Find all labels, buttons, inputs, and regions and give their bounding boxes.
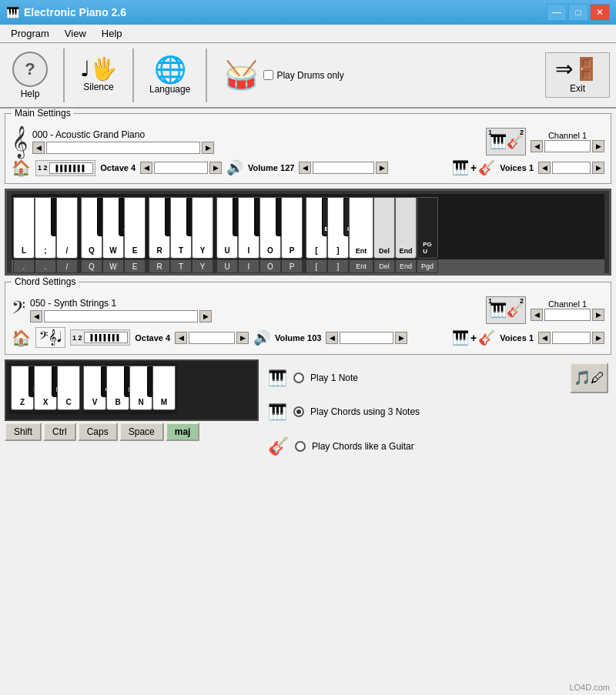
toolbar-sep-2	[132, 48, 134, 102]
chord-octave-left[interactable]: ◀	[175, 332, 187, 344]
octave-track[interactable]	[154, 162, 208, 174]
key-P[interactable]: P	[281, 197, 303, 259]
key-PgD[interactable]: PGU	[417, 197, 438, 259]
chord-notation-icon: 𝄢𝄞♩	[35, 327, 65, 348]
label-slash: /	[56, 259, 78, 273]
chord-volume-track[interactable]	[340, 332, 393, 344]
close-button[interactable]: ✕	[590, 4, 610, 21]
chord-keys-container: S Z D X C	[9, 364, 177, 414]
channel-scroll-left[interactable]: ◀	[531, 140, 543, 152]
maximize-button[interactable]: □	[568, 4, 588, 21]
key-semicolon[interactable]: 2 ;	[35, 197, 56, 259]
notation-button[interactable]: 🎵🖊	[570, 363, 608, 393]
chord-octave-right[interactable]: ▶	[236, 332, 249, 344]
ctrl-button[interactable]: Ctrl	[43, 423, 76, 441]
key-Q[interactable]: 3 Q	[81, 197, 102, 259]
key-Y[interactable]: Y	[192, 197, 213, 259]
caps-button[interactable]: Caps	[78, 423, 118, 441]
key-Del[interactable]: Del	[373, 197, 395, 259]
chord-volume-left[interactable]: ◀	[326, 332, 338, 344]
drums-checkbox[interactable]	[263, 70, 273, 80]
chord-voices-right[interactable]: ▶	[592, 332, 604, 344]
chord-key-M[interactable]: M	[152, 366, 176, 410]
language-button[interactable]: 🌐 Language	[143, 53, 196, 98]
octave-scroll-right[interactable]: ▶	[209, 162, 222, 174]
space-button[interactable]: Space	[119, 423, 164, 441]
toolbar-sep-3	[206, 48, 207, 102]
channel-track[interactable]	[544, 140, 591, 152]
chord-house-icon: 🏠	[12, 329, 31, 347]
watermark: LO4D.com	[569, 683, 610, 692]
chord-key-B[interactable]: H B	[106, 366, 129, 410]
menu-help[interactable]: Help	[94, 26, 130, 41]
maj-button[interactable]: maj	[166, 423, 200, 441]
key-L[interactable]: L	[13, 197, 35, 259]
chord-octave-track[interactable]	[189, 332, 235, 344]
key-O[interactable]: - O	[259, 197, 281, 259]
radio-3notes[interactable]	[293, 406, 304, 417]
chord-channel-left[interactable]: ◀	[531, 309, 543, 321]
key-W[interactable]: 4 W	[102, 197, 124, 259]
key-End[interactable]: End	[395, 197, 417, 259]
key-lbracket[interactable]: BS [	[306, 197, 327, 259]
label-T: T	[170, 259, 192, 273]
chord-key-C[interactable]: C	[57, 366, 80, 410]
mode-3notes-icon: 🎹	[268, 403, 287, 421]
channel-scroll-right[interactable]: ▶	[592, 140, 604, 152]
key-U[interactable]: 9 U	[216, 197, 238, 259]
chord-instrument-right[interactable]: ▶	[199, 310, 212, 322]
instrument-scroll-right[interactable]: ▶	[202, 142, 214, 154]
chord-key-N[interactable]: J N	[129, 366, 152, 410]
key-I[interactable]: 0 I	[238, 197, 259, 259]
key-slash[interactable]: /	[56, 197, 78, 259]
instrument-scroll-left[interactable]: ◀	[32, 142, 45, 154]
silence-button[interactable]: ♩🖐 Silence	[74, 55, 123, 95]
voices-track[interactable]	[552, 162, 591, 174]
main-settings-title: Main Settings	[12, 109, 74, 119]
chord-controls-row: 🏠 𝄢𝄞♩ 1 2 ▌▌▌▌▌▌▌ Octave 4 ◀ ▶ 🔊 Volume …	[12, 327, 604, 348]
chord-channel-right[interactable]: ▶	[592, 309, 604, 321]
chord-instrument-scrollbar: ◀ ▶	[30, 310, 481, 322]
volume-scroll-left[interactable]: ◀	[299, 162, 311, 174]
chord-key-V[interactable]: G V	[83, 366, 106, 410]
shift-button[interactable]: Shift	[5, 423, 42, 441]
label-End: End	[395, 259, 417, 273]
chord-key-Z[interactable]: S Z	[11, 366, 34, 410]
white-keys-row: L 2 ; / 3 Q 4 W	[13, 197, 438, 259]
label-P: P	[281, 259, 303, 273]
exit-button[interactable]: ⇒🚪 Exit	[545, 52, 610, 98]
chord-mode-guitar: 🎸 Play Chords like a Guitar	[268, 436, 557, 456]
voices-label: Voices 1	[500, 163, 534, 172]
key-T[interactable]: 7 T	[170, 197, 192, 259]
treble-clef-icon: 𝄞	[12, 128, 28, 155]
chord-channel-track[interactable]	[544, 309, 591, 321]
radio-guitar[interactable]	[295, 441, 306, 452]
instrument-track[interactable]	[46, 142, 200, 154]
chord-instrument-track[interactable]	[44, 310, 198, 322]
volume-track[interactable]	[313, 162, 374, 174]
drums-label: Play Drums only	[276, 70, 343, 81]
octave-scroll-left[interactable]: ◀	[140, 162, 152, 174]
exit-icon: ⇒🚪	[555, 56, 600, 82]
help-button[interactable]: ? Help	[6, 48, 54, 102]
voices-scroll-left[interactable]: ◀	[538, 162, 551, 174]
chord-voices-track[interactable]	[552, 332, 591, 344]
chord-volume-right[interactable]: ▶	[395, 332, 407, 344]
chord-key-X[interactable]: D X	[34, 366, 57, 410]
voices-scroll-right[interactable]: ▶	[592, 162, 604, 174]
minimize-button[interactable]: —	[547, 4, 567, 21]
key-rbracket[interactable]: IN ]	[327, 197, 349, 259]
volume-scroll-right[interactable]: ▶	[376, 162, 388, 174]
radio-1note[interactable]	[293, 373, 304, 383]
menu-program[interactable]: Program	[3, 26, 57, 41]
key-R[interactable]: 6 R	[149, 197, 170, 259]
key-E[interactable]: E	[124, 197, 146, 259]
chord-piano-icon: 🎹	[490, 302, 507, 319]
chord-instrument-left[interactable]: ◀	[30, 310, 42, 322]
chord-white-key-C-area: C	[57, 366, 80, 413]
chord-voices-left[interactable]: ◀	[538, 332, 551, 344]
voices-piano-guitar: 🎹 + 🎸	[452, 159, 495, 176]
mode-1note-icon: 🎹	[268, 369, 287, 387]
key-Ent[interactable]: Ent	[349, 197, 373, 259]
menu-view[interactable]: View	[57, 26, 94, 41]
